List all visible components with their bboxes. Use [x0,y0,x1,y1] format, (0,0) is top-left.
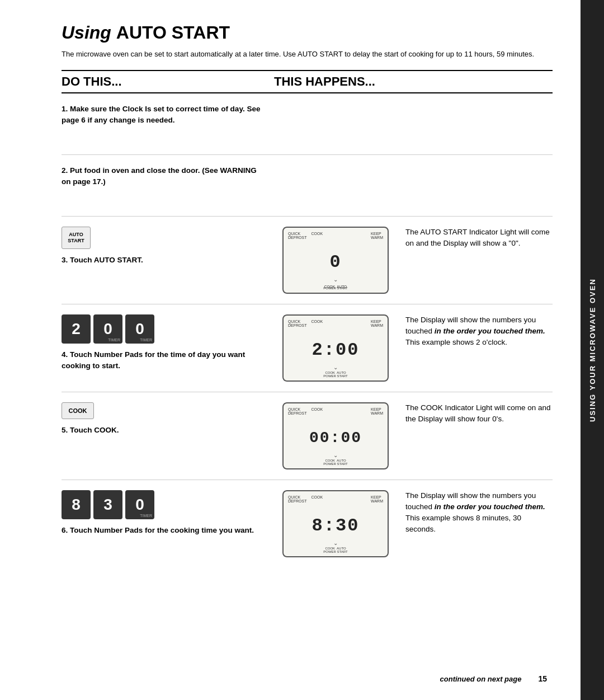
display-screen-6: 8:30 [312,515,360,536]
num-pad-0b[interactable]: 0TIMER [125,314,154,344]
display-screen-3: 0 [329,252,341,273]
step-row: 2. Put food in oven and close the door. … [62,155,553,217]
step-3-right: The AUTO START Indicator Light will come… [397,227,553,250]
columns-header: DO THIS... THIS HAPPENS... [62,70,553,93]
step-2-left: 2. Put food in oven and close the door. … [62,165,274,188]
step-1-label: 1. Make sure the Clock Is set to correct… [62,104,263,126]
step-6-middle: QUICKDEFROST COOK KEEPWARM 8:30 ⌄ COOK A… [274,490,397,557]
step-3-middle: QUICKDEFROST COOK KEEPWARM 0 ⌄ COOK AUTO… [274,227,397,294]
footer: continued on next page 15 [440,674,547,683]
step-6-label: 6. Touch Number Pads for the cooking tim… [62,525,263,536]
cook-button[interactable]: COOK [62,402,94,419]
display-screen-5: 00:00 [309,429,362,447]
auto-start-button[interactable]: AUTOSTART [62,227,91,249]
num-pads-4: 2 0TIMER 0TIMER [62,314,263,344]
steps-area: 1. Make sure the Clock Is set to correct… [62,93,553,567]
step-5-right: The COOK Indicator Light will come on an… [397,402,553,425]
num-pad-0a[interactable]: 0TIMER [93,314,122,344]
display-4: QUICKDEFROST COOK KEEPWARM 2:00 ⌄ COOK A… [282,314,389,382]
step-row: 1. Make sure the Clock Is set to correct… [62,93,553,155]
intro-text: The microwave oven can be set to start a… [62,49,553,60]
display-3: QUICKDEFROST COOK KEEPWARM 0 ⌄ COOK AUTO… [282,227,389,294]
step-5-label: 5. Touch COOK. [62,425,263,436]
display-6: QUICKDEFROST COOK KEEPWARM 8:30 ⌄ COOK A… [282,490,389,557]
step-row: AUTOSTART 3. Touch AUTO START. QUICKDEFR… [62,217,553,304]
step-6-right: The Display will show the numbers you to… [397,490,553,535]
num-pads-6: 8 3 0TIMER [62,490,263,519]
num-pad-0c[interactable]: 0TIMER [125,490,154,519]
step-6-left: 8 3 0TIMER 6. Touch Number Pads for the … [62,490,274,536]
this-happens-header: THIS HAPPENS... [274,74,553,89]
do-this-header: DO THIS... [62,74,274,89]
step-3-left: AUTOSTART 3. Touch AUTO START. [62,227,274,266]
display-5: QUICKDEFROST COOK KEEPWARM 00:00 ⌄ COOK … [282,402,389,469]
step-1-left: 1. Make sure the Clock Is set to correct… [62,104,274,126]
step-4-label: 4. Touch Number Pads for the time of day… [62,349,263,372]
display-screen-4: 2:00 [312,340,360,360]
num-pad-8[interactable]: 8 [62,490,91,519]
step-4-middle: QUICKDEFROST COOK KEEPWARM 2:00 ⌄ COOK A… [274,314,397,382]
step-4-right: The Display will show the numbers you to… [397,314,553,349]
continued-text: continued on next page [440,675,522,683]
step-4-left: 2 0TIMER 0TIMER 4. Touch Number Pads for… [62,314,274,372]
step-row: 8 3 0TIMER 6. Touch Number Pads for the … [62,480,553,567]
step-row: 2 0TIMER 0TIMER 4. Touch Number Pads for… [62,304,553,392]
step-3-label: 3. Touch AUTO START. [62,255,263,266]
page-title: Using AUTO START [62,22,553,43]
num-pad-2[interactable]: 2 [62,314,91,344]
side-tab: USING YOUR MICROWAVE OVEN [581,0,604,700]
page-number: 15 [538,674,547,683]
num-pad-3[interactable]: 3 [93,490,122,519]
step-5-left: COOK 5. Touch COOK. [62,402,274,436]
step-row: COOK 5. Touch COOK. QUICKDEFROST COOK [62,392,553,480]
step-2-label: 2. Put food in oven and close the door. … [62,165,263,188]
step-5-middle: QUICKDEFROST COOK KEEPWARM 00:00 ⌄ COOK … [274,402,397,469]
